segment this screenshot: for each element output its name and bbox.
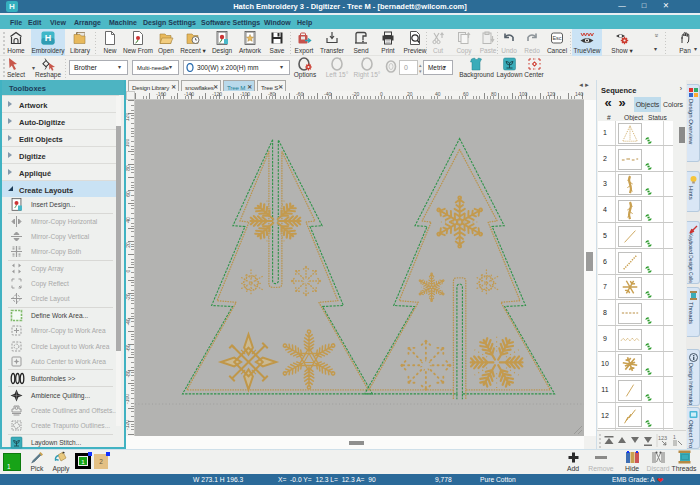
- svg-text:123: 123: [658, 435, 667, 441]
- svg-text:1: 1: [673, 434, 676, 440]
- svg-text:Esc: Esc: [552, 35, 561, 41]
- svg-text:H: H: [45, 33, 52, 43]
